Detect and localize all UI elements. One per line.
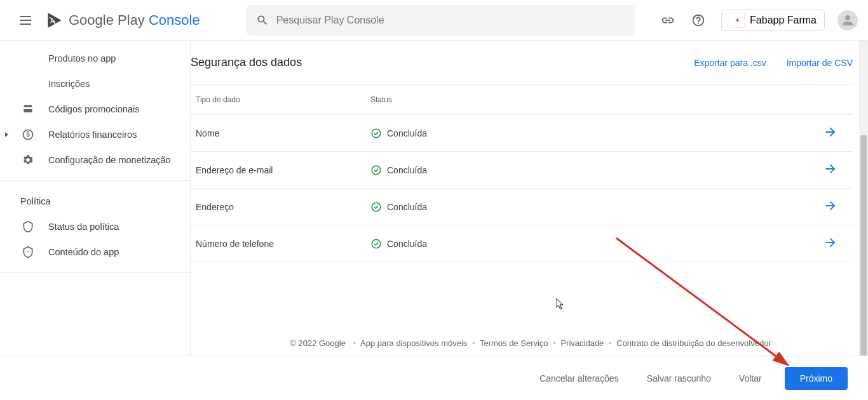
- cell-status: Concluída: [387, 128, 427, 138]
- page-title: Segurança dos dados: [191, 56, 302, 69]
- arrow-right-icon: [824, 236, 837, 250]
- back-button[interactable]: Voltar: [734, 367, 767, 390]
- import-csv-link[interactable]: Importar de CSV: [787, 58, 853, 68]
- link-icon: [661, 13, 675, 27]
- svg-point-4: [372, 166, 381, 175]
- svg-point-2: [27, 251, 29, 252]
- brand-text-b: Console: [149, 12, 200, 28]
- row-arrow-button[interactable]: [824, 236, 848, 251]
- play-console-icon: [46, 11, 64, 29]
- account-chip[interactable]: ✚ Fabapp Farma: [721, 10, 825, 31]
- person-icon: [840, 13, 855, 28]
- cell-status: Concluída: [387, 165, 427, 175]
- user-avatar[interactable]: [837, 10, 858, 30]
- footer-link-privacy[interactable]: Privacidade: [560, 338, 604, 348]
- table-row: Endereço Concluída: [191, 188, 853, 225]
- main-content: Segurança dos dados Exportar para .csv I…: [191, 41, 868, 356]
- help-icon: [691, 13, 705, 27]
- footer-links: © 2022 Google • App para dispositivos mó…: [191, 338, 868, 348]
- cell-type: Nome: [196, 128, 370, 138]
- row-arrow-button[interactable]: [824, 125, 848, 141]
- footer-link-mobile-app[interactable]: App para dispositivos móveis: [360, 338, 467, 348]
- arrow-right-icon: [824, 199, 837, 213]
- row-arrow-button[interactable]: [824, 199, 848, 215]
- sidebar-group-policy: Política: [0, 189, 190, 214]
- sidebar-item-policy-status[interactable]: Status da política: [0, 214, 190, 239]
- column-header-type: Tipo de dado: [196, 95, 370, 104]
- shield-icon: [20, 244, 36, 260]
- scrollbar-thumb[interactable]: [860, 135, 867, 356]
- svg-text:$: $: [26, 131, 30, 138]
- sidebar-item-subscriptions[interactable]: Inscrições: [0, 71, 190, 97]
- sidebar-item-promo-codes[interactable]: Códigos promocionais: [0, 97, 190, 122]
- shield-check-icon: [20, 219, 36, 234]
- svg-point-5: [372, 203, 381, 211]
- brand-text-a: Google Play: [69, 12, 149, 28]
- cell-type: Endereço: [196, 202, 370, 212]
- table-row: Número de telefone Concluída: [191, 225, 853, 262]
- table-row: Nome Concluída: [191, 114, 853, 151]
- arrow-right-icon: [824, 162, 837, 176]
- check-circle-icon: [370, 164, 382, 176]
- cell-type: Número de telefone: [196, 239, 370, 249]
- cell-status: Concluída: [387, 239, 427, 249]
- sidebar-item-app-content[interactable]: Conteúdo do app: [0, 239, 190, 265]
- vertical-scrollbar[interactable]: [859, 41, 868, 356]
- svg-point-6: [372, 239, 381, 248]
- search-icon: [256, 14, 269, 27]
- cell-type: Endereço de e-mail: [196, 165, 370, 175]
- column-header-status: Status: [370, 95, 392, 104]
- bottom-action-bar: Cancelar alterações Salvar rascunho Volt…: [0, 356, 868, 400]
- app-brand-icon: ✚: [729, 13, 745, 28]
- cancel-changes-button[interactable]: Cancelar alterações: [534, 367, 624, 390]
- dollar-icon: $: [20, 127, 36, 142]
- save-draft-button[interactable]: Salvar rascunho: [642, 367, 716, 390]
- search-bar[interactable]: [246, 5, 635, 36]
- cell-status: Concluída: [387, 202, 427, 212]
- gear-icon: [20, 152, 36, 168]
- app-header: Google Play Console ✚ Fabapp Farma: [0, 0, 868, 41]
- sidebar-item-products[interactable]: Produtos no app: [0, 46, 190, 71]
- check-circle-icon: [370, 201, 382, 213]
- link-icon-button[interactable]: [655, 8, 681, 33]
- help-icon-button[interactable]: [686, 8, 711, 33]
- check-circle-icon: [370, 238, 382, 250]
- sidebar: Produtos no app Inscrições Códigos promo…: [0, 41, 191, 356]
- export-csv-link[interactable]: Exportar para .csv: [694, 58, 766, 68]
- table-row: Endereço de e-mail Concluída: [191, 151, 853, 188]
- svg-point-3: [372, 129, 381, 138]
- sidebar-item-monetization-config[interactable]: Configuração de monetização: [0, 147, 190, 173]
- account-name: Fabapp Farma: [750, 15, 817, 26]
- hamburger-menu-button[interactable]: [10, 5, 41, 36]
- sidebar-divider: [0, 272, 190, 273]
- next-button[interactable]: Próximo: [785, 367, 848, 390]
- data-types-table: Tipo de dado Status Nome Concluída Ender…: [191, 84, 853, 262]
- arrow-right-icon: [824, 125, 837, 139]
- sidebar-divider: [0, 180, 190, 181]
- search-input[interactable]: [276, 15, 625, 26]
- row-arrow-button[interactable]: [824, 162, 848, 178]
- storefront-icon: [20, 102, 36, 117]
- footer-link-tos[interactable]: Termos de Serviço: [480, 338, 548, 348]
- check-circle-icon: [370, 128, 382, 139]
- sidebar-item-financial-reports[interactable]: $ Relatórios financeiros: [0, 122, 190, 147]
- play-console-logo[interactable]: Google Play Console: [46, 11, 200, 29]
- copyright-text: © 2022 Google: [290, 338, 346, 348]
- footer-link-distribution[interactable]: Contrato de distribuição do desenvolvedo…: [616, 338, 771, 348]
